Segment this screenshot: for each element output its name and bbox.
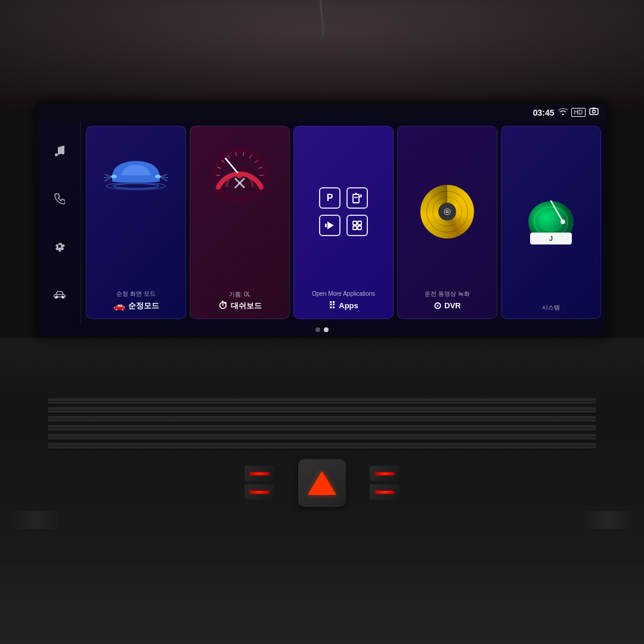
left-btn-bottom-led bbox=[249, 491, 270, 494]
hd-badge: HD bbox=[571, 108, 586, 117]
status-time: 03:45 bbox=[533, 108, 555, 117]
dvr-sub-label: 운전 동영상 녹화 bbox=[425, 290, 470, 298]
svg-point-7 bbox=[111, 175, 117, 178]
svg-point-8 bbox=[155, 175, 161, 178]
pure-mode-sub-label: 순정 화면 모드 bbox=[116, 290, 156, 298]
apps-card[interactable]: P bbox=[293, 126, 394, 319]
system-sub-label: 시스템 bbox=[542, 304, 560, 311]
pagination-dot-1[interactable] bbox=[315, 327, 320, 332]
pure-mode-card[interactable]: 순정 화면 모드 🚗 순정모드 bbox=[86, 126, 186, 319]
svg-rect-24 bbox=[353, 194, 359, 203]
svg-point-40 bbox=[561, 219, 565, 224]
right-btn-bottom-led bbox=[374, 491, 395, 494]
infotainment-screen: 03:45 HD bbox=[38, 104, 606, 336]
vent-slat-6 bbox=[48, 443, 596, 448]
card-label-area-dvr: 운전 동영상 녹화 ⊙ DVR bbox=[402, 290, 492, 311]
svg-marker-26 bbox=[328, 222, 333, 228]
apps-icon-area: P bbox=[299, 134, 388, 290]
pure-mode-icon: 🚗 bbox=[113, 300, 125, 311]
left-btn-bottom[interactable] bbox=[244, 484, 274, 500]
svg-rect-0 bbox=[590, 109, 598, 114]
pagination-dot-2[interactable] bbox=[324, 327, 329, 332]
sidebar-icon-music[interactable] bbox=[49, 140, 70, 162]
svg-point-4 bbox=[61, 296, 63, 298]
app-icon-fuel bbox=[346, 187, 368, 209]
svg-rect-33 bbox=[358, 226, 361, 230]
hazard-triangle-icon bbox=[308, 471, 336, 495]
screen-bezel: 03:45 HD bbox=[36, 101, 608, 338]
svg-rect-32 bbox=[353, 226, 357, 230]
main-content: 순정 화면 모드 🚗 순정모드 bbox=[38, 121, 606, 324]
system-illustration: J bbox=[506, 134, 596, 304]
svg-rect-31 bbox=[358, 221, 361, 225]
hazard-button[interactable] bbox=[298, 459, 346, 507]
controls-row bbox=[244, 459, 400, 507]
left-btn-top[interactable] bbox=[244, 466, 274, 481]
vinyl-disc bbox=[420, 185, 474, 239]
sidebar-icon-car[interactable] bbox=[49, 283, 70, 305]
antenna bbox=[320, 0, 324, 36]
windshield-area bbox=[0, 0, 644, 107]
apps-icon: ⠿ bbox=[329, 300, 336, 311]
sidebar-icon-settings[interactable] bbox=[49, 236, 70, 257]
dashboard-sub-label: 기름: 0L bbox=[229, 290, 251, 298]
dashboard-card[interactable]: 기름: 0L ⏱ 대쉬보드 bbox=[190, 126, 290, 319]
wifi-icon bbox=[558, 108, 568, 117]
vent-slat-4 bbox=[48, 425, 596, 431]
side-vent-right bbox=[584, 511, 632, 529]
left-button-cluster bbox=[244, 466, 274, 500]
car-illustration bbox=[91, 134, 181, 211]
screen-capture-icon bbox=[589, 107, 599, 117]
pure-mode-main-label: 🚗 순정모드 bbox=[113, 300, 159, 311]
side-vent-left bbox=[12, 511, 60, 529]
right-btn-bottom[interactable] bbox=[370, 484, 400, 500]
vent-slat-3 bbox=[48, 416, 596, 422]
svg-rect-2 bbox=[592, 108, 596, 109]
dvr-illustration bbox=[402, 134, 492, 290]
dvr-card[interactable]: 운전 동영상 녹화 ⊙ DVR bbox=[397, 126, 497, 319]
app-icon-media bbox=[319, 215, 340, 236]
sidebar-icon-phone[interactable] bbox=[49, 188, 70, 209]
screen-section: 03:45 HD bbox=[0, 107, 644, 338]
sidebar bbox=[38, 121, 81, 324]
svg-point-6 bbox=[113, 184, 159, 188]
app-icon-p: P bbox=[319, 187, 340, 209]
right-btn-top[interactable] bbox=[370, 466, 400, 481]
card-label-area-dash: 기름: 0L ⏱ 대쉬보드 bbox=[195, 290, 284, 311]
card-label-area-system: 시스템 bbox=[506, 304, 596, 311]
dvr-main-label: ⊙ DVR bbox=[434, 300, 460, 311]
air-vent-row bbox=[0, 397, 644, 450]
left-btn-top-led bbox=[249, 472, 270, 475]
svg-rect-30 bbox=[353, 221, 357, 225]
vent-slat-1 bbox=[48, 398, 596, 404]
status-icons: 03:45 HD bbox=[533, 107, 599, 117]
physical-controls-area bbox=[0, 338, 644, 565]
svg-text:J: J bbox=[549, 235, 553, 242]
card-label-area-apps: Open More Applications ⠿ Apps bbox=[299, 290, 388, 311]
vent-slat-5 bbox=[48, 434, 596, 439]
car-background: 03:45 HD bbox=[0, 0, 644, 644]
cards-grid: 순정 화면 모드 🚗 순정모드 bbox=[81, 121, 606, 324]
pagination bbox=[38, 324, 606, 336]
svg-line-12 bbox=[221, 160, 224, 162]
card-label-area-pure: 순정 화면 모드 🚗 순정모드 bbox=[91, 290, 181, 311]
svg-line-17 bbox=[255, 160, 258, 162]
system-card[interactable]: J 시스템 bbox=[501, 126, 601, 319]
vent-slat-2 bbox=[48, 407, 596, 413]
right-btn-top-led bbox=[374, 472, 395, 475]
apps-sub-label: Open More Applications bbox=[312, 290, 375, 298]
dashboard-icon: ⏱ bbox=[218, 301, 228, 311]
apps-main-label: ⠿ Apps bbox=[329, 300, 358, 311]
status-bar: 03:45 HD bbox=[38, 104, 606, 121]
apps-icon-grid: P bbox=[313, 181, 374, 242]
right-button-cluster bbox=[370, 466, 400, 500]
dashboard-main-label: ⏱ 대쉬보드 bbox=[218, 301, 262, 311]
svg-point-1 bbox=[593, 110, 596, 113]
gauge-illustration bbox=[195, 134, 284, 211]
app-icon-nav bbox=[346, 215, 368, 236]
svg-point-3 bbox=[55, 296, 57, 298]
dvr-icon: ⊙ bbox=[434, 300, 441, 311]
